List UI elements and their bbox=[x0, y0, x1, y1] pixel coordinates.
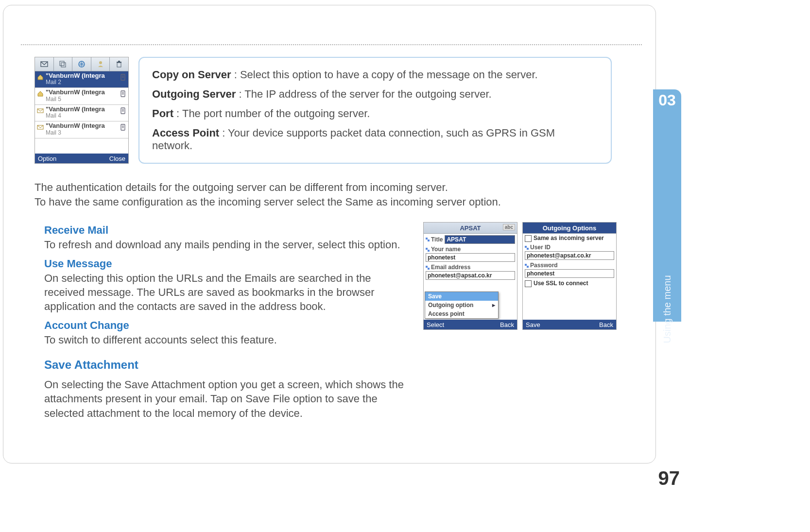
menu-item: Outgoing option▸ bbox=[425, 301, 498, 309]
mail-subject: Mail 5 bbox=[46, 96, 118, 103]
apsat-softkeys: Select Back bbox=[424, 320, 517, 329]
outgoing-softkeys: Save Back bbox=[523, 320, 616, 329]
callout-term: Copy on Server bbox=[152, 69, 231, 81]
svg-rect-17 bbox=[121, 108, 125, 114]
callout-line: Access Point : Your device supports pack… bbox=[152, 127, 598, 152]
svg-rect-22 bbox=[121, 124, 125, 130]
features-block: Receive MailTo refresh and download any … bbox=[44, 218, 404, 350]
checkbox-label: Use SSL to connect bbox=[534, 280, 588, 287]
form-label: Your name bbox=[426, 246, 515, 253]
form-row: Email addressphonetest@apsat.co.kr bbox=[424, 263, 517, 281]
svg-rect-6 bbox=[117, 62, 121, 63]
softkey-left: Save bbox=[526, 321, 540, 328]
mail-subject: Mail 2 bbox=[46, 79, 118, 86]
mail-icon bbox=[37, 124, 44, 131]
apsat-title: APSAT bbox=[460, 224, 481, 232]
svg-rect-8 bbox=[121, 74, 125, 80]
mail-sender: "VanburnW (Integra bbox=[46, 106, 118, 113]
submenu-arrow-icon: ▸ bbox=[492, 302, 495, 309]
svg-rect-1 bbox=[60, 61, 64, 66]
form-label: User ID bbox=[525, 244, 614, 251]
checkbox-icon bbox=[525, 280, 532, 287]
callout-term: Port bbox=[152, 107, 173, 120]
tool-globe-icon bbox=[72, 57, 91, 71]
callout-box: Copy on Server : Select this option to h… bbox=[138, 57, 612, 164]
phone-apsat-mockup: APSAT abc TitleAPSATYour namephonetestEm… bbox=[423, 222, 517, 330]
checkbox-label: Same as incoming server bbox=[534, 235, 604, 241]
form-label: Password bbox=[525, 262, 614, 269]
apsat-titlebar: APSAT abc bbox=[424, 223, 517, 234]
content-card: "VanburnW (IntegraMail 2"VanburnW (Integ… bbox=[3, 5, 656, 463]
callout-line: Outgoing Server : The IP address of the … bbox=[152, 88, 598, 101]
inbox-mail-item: "VanburnW (IntegraMail 3 bbox=[35, 121, 128, 138]
form-input: phonetest bbox=[525, 269, 614, 278]
form-row: Passwordphonetest bbox=[523, 261, 616, 279]
outgoing-title: Outgoing Options bbox=[543, 224, 596, 232]
page: "VanburnW (IntegraMail 2"VanburnW (Integ… bbox=[0, 0, 810, 532]
save-attachment-heading: Save Attachment bbox=[44, 358, 138, 372]
home-icon bbox=[37, 74, 44, 81]
softkey-right: Back bbox=[500, 321, 514, 328]
mail-sender: "VanburnW (Integra bbox=[46, 72, 118, 79]
svg-rect-7 bbox=[118, 61, 120, 62]
attachment-icon bbox=[120, 90, 126, 97]
mail-sender: "VanburnW (Integra bbox=[46, 122, 118, 129]
dotted-divider bbox=[21, 44, 642, 45]
menu-item: Access point bbox=[425, 309, 498, 318]
checkbox-row: Use SSL to connect bbox=[523, 279, 616, 288]
section-side-tab: 03 Using the menu bbox=[653, 89, 681, 322]
callout-desc: : The IP address of the server for the o… bbox=[236, 88, 491, 100]
apsat-popup-menu: SaveOutgoing option▸Access point bbox=[425, 292, 499, 319]
callout-line: Copy on Server : Select this option to h… bbox=[152, 69, 598, 81]
feature-heading: Receive Mail bbox=[44, 224, 404, 237]
svg-rect-12 bbox=[121, 91, 125, 97]
mail-sender: "VanburnW (Integra bbox=[46, 89, 118, 96]
form-label: Title bbox=[426, 236, 443, 243]
tool-copy-icon bbox=[54, 57, 73, 71]
inbox-mail-item: "VanburnW (IntegraMail 4 bbox=[35, 105, 128, 121]
auth-paragraph: The authentication details for the outgo… bbox=[34, 180, 569, 209]
tool-person-icon bbox=[91, 57, 110, 71]
tool-mail-icon bbox=[35, 57, 54, 71]
softkey-right: Close bbox=[109, 155, 125, 162]
form-input: phonetest bbox=[426, 253, 515, 262]
form-label: Email address bbox=[426, 264, 515, 271]
inbox-mail-item: "VanburnW (IntegraMail 5 bbox=[35, 88, 128, 104]
section-label: Using the menu bbox=[662, 275, 673, 343]
home-icon bbox=[37, 90, 44, 97]
form-row: TitleAPSAT bbox=[424, 234, 517, 245]
checkbox-row: Same as incoming server bbox=[523, 234, 616, 243]
callout-term: Access Point bbox=[152, 127, 219, 139]
callout-desc: : Select this option to have a copy of t… bbox=[231, 69, 538, 81]
inbox-mail-item: "VanburnW (IntegraMail 2 bbox=[35, 71, 128, 88]
callout-line: Port : The port number of the outgoing s… bbox=[152, 107, 598, 120]
callout-desc: : The port number of the outgoing server… bbox=[173, 107, 370, 120]
mail-subject: Mail 3 bbox=[46, 130, 118, 136]
svg-point-4 bbox=[99, 61, 102, 64]
inbox-softkeys: Option Close bbox=[35, 154, 128, 163]
outgoing-titlebar: Outgoing Options bbox=[523, 223, 616, 234]
svg-rect-5 bbox=[117, 63, 121, 67]
tool-trash-icon bbox=[110, 57, 128, 71]
form-input: phonetest@apsat.co.kr bbox=[525, 251, 614, 260]
form-input: APSAT bbox=[445, 235, 515, 244]
input-mode-indicator: abc bbox=[503, 224, 515, 230]
attachment-icon bbox=[120, 107, 126, 114]
form-row: User IDphonetest@apsat.co.kr bbox=[523, 243, 616, 261]
menu-item: Save bbox=[425, 292, 498, 301]
mail-subject: Mail 4 bbox=[46, 113, 118, 119]
mail-icon bbox=[37, 107, 44, 114]
softkey-left: Select bbox=[427, 321, 444, 328]
svg-rect-2 bbox=[61, 63, 66, 67]
phone-toolbar bbox=[35, 57, 128, 71]
feature-paragraph: On selecting this option the URLs and th… bbox=[44, 271, 404, 313]
phone-outgoing-mockup: Outgoing Options Same as incoming server… bbox=[522, 222, 617, 330]
callout-term: Outgoing Server bbox=[152, 88, 236, 100]
checkbox-icon bbox=[525, 235, 532, 242]
form-input: phonetest@apsat.co.kr bbox=[426, 271, 515, 280]
page-number: 97 bbox=[658, 467, 680, 489]
softkey-left: Option bbox=[38, 155, 56, 162]
form-row: Your namephonetest bbox=[424, 245, 517, 263]
feature-paragraph: To refresh and download any mails pendin… bbox=[44, 238, 404, 252]
attachment-icon bbox=[120, 124, 126, 131]
